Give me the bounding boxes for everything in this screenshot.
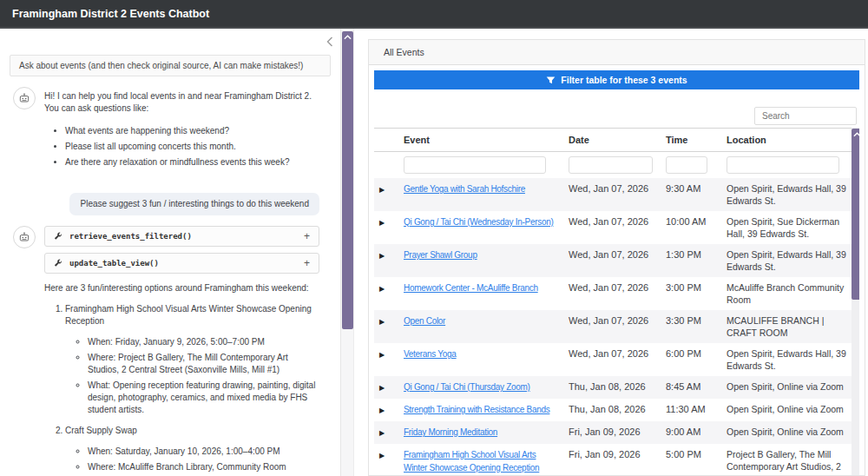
tool-call-expander[interactable]: update_table_view() +: [44, 253, 319, 274]
time-filter-input[interactable]: [666, 156, 707, 174]
event-row: ▶ Strength Training with Resistance Band…: [374, 399, 852, 421]
event-location: Open Spirit, Edwards Hall, 39 Edwards St…: [721, 178, 852, 211]
event-date: Wed, Jan 07, 2026: [563, 343, 661, 376]
options-list: Framingham High School Visual Arts Winte…: [44, 303, 319, 476]
event-date: Wed, Jan 07, 2026: [563, 277, 661, 310]
events-card: All Events Filter table for these 3 even…: [368, 39, 865, 476]
event-date: Thu, Jan 08, 2026: [563, 376, 661, 399]
event-time: 3:00 PM: [661, 277, 721, 310]
table-scrollbar-track[interactable]: [852, 128, 859, 476]
event-location: Project B Gallery, The Mill Contemporary…: [721, 444, 852, 476]
event-row: ▶ Friday Morning Meditation Fri, Jan 09,…: [374, 421, 852, 444]
event-location: Open Spirit, Edwards Hall, 39 Edwards St…: [721, 343, 852, 376]
row-expand-icon[interactable]: ▶: [379, 407, 385, 414]
bot-avatar: [13, 87, 36, 109]
event-time: 5:00 PM: [661, 444, 721, 476]
event-row: ▶ Homework Center - McAuliffe Branch Wed…: [374, 277, 852, 310]
events-panel: All Events Filter table for these 3 even…: [354, 29, 868, 476]
bot-response: retrieve_events_filtered() + update_tabl…: [44, 226, 319, 476]
event-link[interactable]: Veterans Yoga: [404, 349, 457, 359]
bot-message: Hi! I can help you find local events in …: [44, 87, 319, 172]
chat-panel: Ask about events (and then check origina…: [0, 29, 341, 476]
date-filter-input[interactable]: [569, 156, 653, 174]
suggested-question: Please list all upcoming concerts this m…: [65, 141, 319, 153]
bot-avatar: [13, 226, 36, 248]
option-details: When: Friday, January 9, 2026, 5:00–7:00…: [65, 336, 319, 416]
row-expand-icon[interactable]: ▶: [379, 186, 385, 194]
event-date: Fri, Jan 09, 2026: [563, 421, 661, 444]
event-row: ▶ Open Color Wed, Jan 07, 2026 3:30 PM M…: [374, 310, 852, 343]
table-scrollbar-thumb[interactable]: [852, 129, 859, 300]
row-expand-icon[interactable]: ▶: [379, 318, 385, 326]
event-filter-input[interactable]: [404, 156, 546, 174]
row-expand-icon[interactable]: ▶: [379, 219, 385, 227]
tool-call-expander[interactable]: retrieve_events_filtered() +: [44, 226, 319, 247]
location-filter-input[interactable]: [727, 156, 839, 174]
event-link[interactable]: Strength Training with Resistance Bands: [404, 405, 549, 414]
user-message-bubble: Please suggest 3 fun / interesting thing…: [69, 193, 319, 215]
event-time: 9:30 AM: [661, 178, 721, 211]
main-split: Ask about events (and then check origina…: [0, 29, 868, 476]
event-time: 10:00 AM: [661, 211, 721, 244]
search-input[interactable]: [754, 107, 857, 125]
chevron-up-icon: [344, 35, 352, 40]
event-location: Open Spirit, Online via Zoom: [721, 399, 852, 421]
event-link[interactable]: Prayer Shawl Group: [404, 250, 477, 260]
events-card-body: Filter table for these 3 events: [369, 65, 865, 476]
user-message-row: Please suggest 3 fun / interesting thing…: [0, 172, 340, 215]
option-detail: When: Saturday, January 10, 2026, 1:00–4…: [88, 446, 319, 458]
event-row: ▶ Framingham High School Visual Arts Win…: [374, 444, 852, 476]
option-title: Framingham High School Visual Arts Winte…: [65, 304, 312, 326]
wrench-icon: [54, 259, 62, 268]
option-detail: When: Friday, January 9, 2026, 5:00–7:00…: [88, 336, 319, 348]
row-expand-icon[interactable]: ▶: [379, 429, 385, 437]
filter-events-button[interactable]: Filter table for these 3 events: [374, 70, 859, 89]
event-link[interactable]: Framingham High School Visual Arts Winte…: [404, 450, 539, 473]
bot-response-turn: retrieve_events_filtered() + update_tabl…: [0, 215, 340, 476]
event-row: ▶ Qi Gong / Tai Chi (Thursday Zoom) Thu,…: [374, 376, 852, 399]
option-title: Craft Supply Swap: [65, 426, 137, 435]
chat-scrollbar-track[interactable]: [341, 29, 354, 476]
option-detail: Where: Project B Gallery, The Mill Conte…: [88, 352, 319, 376]
event-link[interactable]: Homework Center - McAuliffe Branch: [404, 283, 538, 293]
row-expand-icon[interactable]: ▶: [379, 351, 385, 359]
robot-avatar-icon: [18, 93, 30, 104]
column-header[interactable]: Event: [398, 129, 563, 152]
event-link[interactable]: Qi Gong / Tai Chi (Thursday Zoom): [404, 382, 530, 392]
tool-call-label: update_table_view(): [69, 257, 304, 269]
tab-all-events[interactable]: All Events: [369, 40, 865, 65]
plus-icon[interactable]: +: [304, 258, 310, 268]
column-filter-row: [374, 152, 852, 179]
bot-greeting-text: Hi! I can help you find local events in …: [44, 90, 319, 115]
event-time: 1:30 PM: [661, 244, 721, 277]
event-location: Open Spirit, Online via Zoom: [721, 376, 852, 399]
event-date: Fri, Jan 09, 2026: [563, 444, 661, 476]
chevron-left-icon[interactable]: [326, 36, 334, 47]
event-date: Wed, Jan 07, 2026: [563, 310, 661, 343]
events-table-zone: Event Date Time Location: [374, 128, 859, 476]
event-location: Open Spirit, Sue Dickerman Hall, 39 Edwa…: [721, 211, 852, 244]
chat-scrollbar-thumb[interactable]: [342, 31, 353, 329]
row-expand-icon[interactable]: ▶: [379, 252, 385, 260]
option-item: Craft Supply Swap When: Saturday, Januar…: [65, 425, 319, 476]
filter-funnel-icon: [546, 76, 556, 85]
event-row: ▶ Veterans Yoga Wed, Jan 07, 2026 6:00 P…: [374, 343, 852, 376]
option-item: Framingham High School Visual Arts Winte…: [65, 303, 319, 416]
option-detail: What: Opening reception featuring drawin…: [88, 380, 319, 416]
app-header: Framingham District 2 Events Chatbot: [0, 0, 868, 29]
tool-call-label: retrieve_events_filtered(): [69, 230, 304, 242]
plus-icon[interactable]: +: [304, 231, 310, 241]
event-link[interactable]: Qi Gong / Tai Chi (Wednesday In-Person): [404, 217, 553, 227]
event-link[interactable]: Gentle Yoga with Sarah Hofschire: [404, 184, 525, 194]
column-header[interactable]: Time: [661, 129, 721, 152]
column-header[interactable]: Location: [721, 129, 852, 152]
row-expand-icon[interactable]: ▶: [379, 452, 385, 459]
column-header[interactable]: Date: [563, 129, 661, 152]
event-location: Open Spirit, Edwards Hall, 39 Edwards St…: [721, 244, 852, 277]
event-link[interactable]: Open Color: [404, 316, 445, 326]
event-time: 6:00 PM: [661, 343, 721, 376]
suggested-question: Are there any relaxation or mindfullness…: [65, 156, 319, 169]
row-expand-icon[interactable]: ▶: [379, 285, 385, 293]
event-link[interactable]: Friday Morning Meditation: [404, 427, 497, 437]
row-expand-icon[interactable]: ▶: [379, 384, 385, 392]
